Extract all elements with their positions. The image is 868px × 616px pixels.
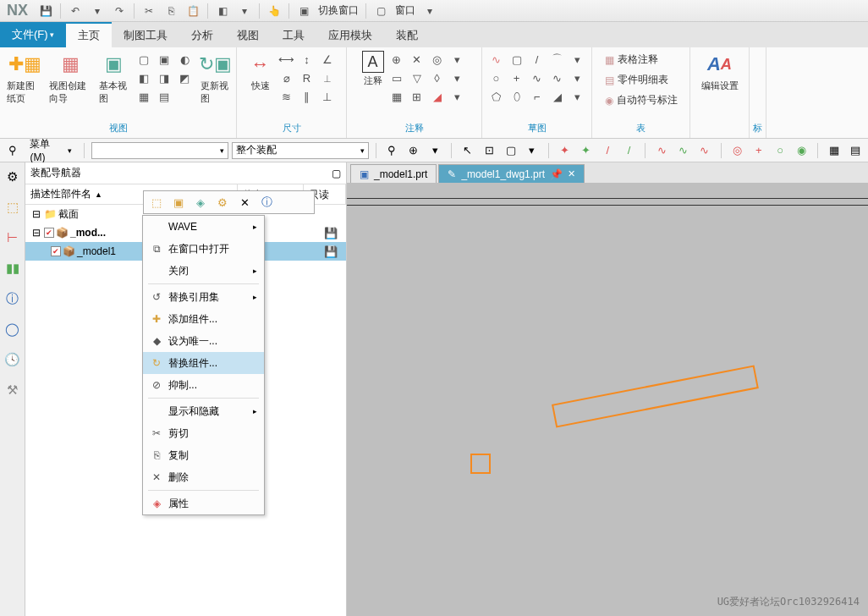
tool-icon[interactable]: ∿ (674, 141, 692, 160)
window-icon[interactable]: ▢ (371, 2, 390, 20)
update-view-button[interactable]: ↻▣更新视图 (201, 51, 229, 105)
tool-icon[interactable]: ◎ (728, 141, 746, 160)
tool-icon[interactable]: ▾ (523, 141, 541, 160)
mini-icon[interactable]: ⊞ (408, 88, 426, 105)
tool-icon[interactable]: ✦ (577, 141, 595, 160)
mini-icon[interactable]: ▦ (135, 88, 153, 105)
redo-icon[interactable]: ↷ (110, 2, 129, 20)
pin-icon[interactable]: 📌 (550, 168, 563, 180)
history-icon[interactable]: 🕓 (3, 350, 22, 369)
tool-icon[interactable]: ◉ (793, 141, 810, 160)
table-note-button[interactable]: ▦表格注释 (602, 51, 662, 69)
eraser-icon[interactable]: ◧ (213, 2, 232, 20)
tool-icon[interactable]: ▦ (825, 141, 843, 160)
mini-icon[interactable]: ⬯ (508, 88, 526, 105)
mini-icon[interactable]: ↕ (298, 51, 316, 68)
ctx-tool-icon[interactable]: ⬚ (147, 193, 166, 212)
ctx-tool-icon[interactable]: ◈ (191, 193, 210, 212)
mini-icon[interactable]: ∿ (548, 69, 567, 86)
window-icon[interactable]: ▣ (294, 2, 313, 20)
tool-icon[interactable]: ○ (771, 141, 788, 160)
ctx-copy[interactable]: ⎘复制 (143, 444, 264, 466)
mini-icon[interactable]: ≋ (277, 88, 296, 105)
auto-balloon-button[interactable]: ◉自动符号标注 (602, 91, 681, 109)
ctx-add-component[interactable]: ✚添加组件... (143, 308, 264, 330)
mini-icon[interactable]: ◩ (175, 69, 194, 86)
mini-icon[interactable]: ⊥ (318, 88, 337, 105)
ctx-suppress[interactable]: ⊘抑制... (143, 374, 264, 396)
cut-icon[interactable]: ✂ (140, 2, 158, 20)
ctx-open-window[interactable]: ⧉在窗口中打开 (143, 238, 264, 260)
mini-icon[interactable]: ✕ (408, 51, 426, 68)
ctx-properties[interactable]: ◈属性 (143, 492, 264, 514)
panel-menu-icon[interactable]: ▢ (332, 168, 341, 179)
mini-icon[interactable]: ◎ (428, 51, 447, 68)
paste-icon[interactable]: 📋 (184, 2, 202, 20)
copy-icon[interactable]: ⎘ (162, 2, 180, 20)
tab-drafting-tools[interactable]: 制图工具 (112, 22, 179, 47)
tool-icon[interactable]: / (599, 141, 617, 160)
switch-window-label[interactable]: 切换窗口 (318, 3, 359, 18)
mini-icon[interactable]: ◢ (548, 88, 567, 105)
menu-button[interactable]: 菜单(M)▾ (25, 135, 77, 165)
view-wizard-button[interactable]: ▦视图创建向导 (49, 51, 92, 105)
mini-icon[interactable]: ▾ (448, 51, 467, 68)
checkbox-icon[interactable] (44, 228, 54, 238)
ctx-replace-component[interactable]: ↻替换组件... (143, 352, 264, 374)
dropdown-icon[interactable]: ▾ (420, 2, 439, 20)
globe-icon[interactable]: ◯ (3, 320, 22, 338)
tab-view[interactable]: 视图 (225, 22, 271, 47)
annotation-button[interactable]: A注释 (362, 51, 384, 105)
mini-icon[interactable]: ∥ (298, 88, 316, 105)
mini-icon[interactable]: ▾ (448, 88, 467, 105)
file-menu[interactable]: 文件(F)▾ (0, 22, 66, 47)
ctx-replace-refset[interactable]: ↺替换引用集▸ (143, 286, 264, 308)
mini-icon[interactable]: ▢ (508, 51, 526, 68)
tool-icon[interactable]: ⊕ (404, 141, 422, 160)
tab-application[interactable]: 应用模块 (316, 22, 384, 47)
mini-icon[interactable]: ▣ (155, 51, 173, 68)
touch-icon[interactable]: 👆 (265, 2, 283, 20)
dropdown-icon[interactable]: ▾ (235, 2, 254, 20)
tool-icon[interactable]: ▾ (426, 141, 444, 160)
settings-icon[interactable]: ⚙ (3, 168, 22, 186)
window-label[interactable]: 窗口 (395, 3, 415, 18)
tool-icon[interactable]: / (620, 141, 638, 160)
info-icon[interactable]: ⓘ (3, 289, 22, 308)
ctx-delete[interactable]: ✕删除 (143, 466, 264, 488)
filter-icon[interactable]: ⚲ (3, 141, 21, 160)
mini-icon[interactable]: R (298, 69, 316, 86)
ctx-tool-icon[interactable]: ✕ (235, 193, 254, 212)
mini-icon[interactable]: ▽ (408, 69, 426, 86)
ctx-wave[interactable]: WAVE▸ (143, 216, 264, 238)
mini-icon[interactable]: ⌐ (528, 88, 547, 105)
tab-assembly[interactable]: 装配 (384, 22, 430, 47)
mini-icon[interactable]: ⌀ (277, 69, 296, 86)
base-view-button[interactable]: ▣基本视图 (99, 51, 128, 105)
mini-icon[interactable]: + (508, 69, 526, 86)
ctx-make-unique[interactable]: ◆设为唯一... (143, 330, 264, 352)
mini-icon[interactable]: ▾ (569, 69, 587, 86)
ctx-tool-icon[interactable]: ⓘ (257, 193, 276, 212)
mini-icon[interactable]: ◐ (175, 51, 194, 68)
tab-tools[interactable]: 工具 (271, 22, 316, 47)
tool-icon[interactable]: ∿ (695, 141, 713, 160)
books-icon[interactable]: ▮▮ (3, 259, 22, 278)
mini-icon[interactable]: ∠ (318, 51, 337, 68)
tab-home[interactable]: 主页 (66, 22, 112, 47)
mini-icon[interactable]: ◊ (428, 69, 447, 86)
new-sheet-button[interactable]: ✚▦新建图纸页 (7, 51, 42, 105)
mini-icon[interactable]: / (528, 51, 547, 68)
tool-icon[interactable]: ⚒ (3, 381, 22, 399)
mini-icon[interactable]: ⊕ (387, 51, 406, 68)
mini-icon[interactable]: ⟷ (277, 51, 296, 68)
ctx-tool-icon[interactable]: ▣ (169, 193, 188, 212)
tool-icon[interactable]: ↖ (459, 141, 476, 160)
tool-icon[interactable]: + (750, 141, 767, 160)
mini-icon[interactable]: ○ (487, 69, 506, 86)
parts-list-button[interactable]: ▤零件明细表 (602, 71, 672, 89)
mini-icon[interactable]: ▾ (448, 69, 467, 86)
tool-icon[interactable]: ✦ (556, 141, 574, 160)
save-icon[interactable]: 💾 (36, 2, 55, 20)
mini-icon[interactable]: ◨ (155, 69, 173, 86)
